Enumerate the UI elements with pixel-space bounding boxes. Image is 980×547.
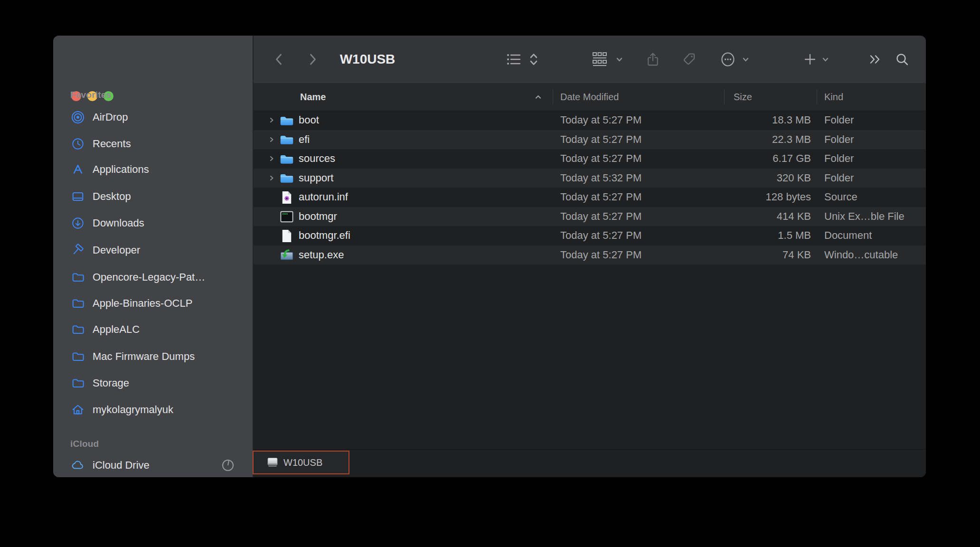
download-circle-icon	[71, 216, 85, 230]
path-item-label: W10USB	[283, 457, 322, 468]
chevron-down-icon[interactable]	[615, 56, 623, 63]
column-header-kind[interactable]: Kind	[824, 83, 843, 111]
file-row-bootmgr[interactable]: bootmgr Today at 5:27 PM 414 KB Unix Ex……	[254, 207, 926, 226]
file-size: 6.17 GB	[724, 149, 811, 169]
file-kind: Windo…cutable	[824, 245, 898, 265]
hammer-icon	[71, 243, 85, 257]
file-size: 74 KB	[724, 245, 811, 265]
sidebar-item-opencore-legacy-patcher[interactable]: Opencore-Legacy-Pat…	[53, 269, 253, 285]
file-name: autorun.inf	[299, 188, 348, 207]
sidebar-item-recents[interactable]: Recents	[53, 136, 253, 152]
disclosure-chevron-icon[interactable]	[268, 136, 275, 143]
cloud-icon	[71, 458, 85, 472]
file-date: Today at 5:27 PM	[560, 226, 641, 245]
sidebar-item-airdrop[interactable]: AirDrop	[53, 109, 253, 125]
file-list: boot Today at 5:27 PM 18.3 MB Folder efi…	[254, 111, 926, 264]
file-name: bootmgr	[299, 207, 337, 226]
file-row-setup-exe[interactable]: setup.exe Today at 5:27 PM 74 KB Windo…c…	[254, 245, 926, 265]
file-row-sources[interactable]: sources Today at 5:27 PM 6.17 GB Folder	[254, 149, 926, 169]
sidebar-item-home[interactable]: mykolagrymalyuk	[53, 402, 253, 418]
file-row-efi[interactable]: efi Today at 5:27 PM 22.3 MB Folder	[254, 130, 926, 150]
add-icon[interactable]	[803, 53, 817, 66]
file-size: 22.3 MB	[724, 130, 811, 150]
file-name: bootmgr.efi	[299, 226, 350, 245]
column-headers: Name Date Modified Size Kind	[254, 83, 926, 111]
windows-executable-icon	[280, 248, 294, 262]
file-kind: Unix Ex…ble File	[824, 207, 905, 226]
file-size: 18.3 MB	[724, 111, 811, 130]
forward-button[interactable]	[306, 52, 320, 66]
file-date: Today at 5:27 PM	[560, 188, 641, 207]
content-area: W10USB	[253, 36, 926, 477]
file-kind: Folder	[824, 111, 854, 130]
toolbar: W10USB	[254, 36, 926, 84]
desktop-icon	[71, 189, 85, 204]
chevron-down-icon[interactable]	[742, 56, 749, 63]
clock-icon	[71, 137, 85, 151]
file-size: 414 KB	[724, 207, 811, 226]
tag-icon[interactable]	[681, 52, 697, 67]
chevron-down-icon[interactable]	[821, 56, 829, 63]
sidebar-item-apple-binaries-oclp[interactable]: Apple-Binaries-OCLP	[53, 295, 253, 311]
search-icon[interactable]	[895, 52, 910, 67]
file-date: Today at 5:27 PM	[560, 245, 641, 265]
more-circle-icon[interactable]	[720, 51, 735, 67]
folder-icon	[280, 171, 294, 185]
icloud-section-header: iCloud	[70, 439, 99, 449]
document-icon	[280, 229, 294, 243]
window-title: W10USB	[325, 36, 410, 83]
file-date: Today at 5:27 PM	[560, 149, 641, 169]
file-date: Today at 5:27 PM	[560, 130, 641, 150]
file-name: sources	[299, 149, 335, 169]
disclosure-chevron-icon[interactable]	[268, 117, 275, 123]
sidebar-item-applications[interactable]: Applications	[53, 161, 253, 178]
sidebar-item-mac-firmware-dumps[interactable]: Mac Firmware Dumps	[53, 349, 253, 365]
app-store-icon	[71, 162, 85, 177]
file-size: 1.5 MB	[724, 226, 811, 245]
finder-window: Favorites AirDrop Recents Applications	[53, 36, 926, 477]
folder-outline-icon	[71, 296, 85, 311]
file-row-boot[interactable]: boot Today at 5:27 PM 18.3 MB Folder	[254, 111, 926, 130]
view-updown-chevrons-icon[interactable]	[528, 51, 539, 67]
disclosure-chevron-icon[interactable]	[268, 175, 275, 181]
file-row-autorun[interactable]: autorun.inf Today at 5:27 PM 128 bytes S…	[254, 188, 926, 207]
sidebar-item-developer[interactable]: Developer	[53, 242, 253, 258]
sidebar-item-applealc[interactable]: AppleALC	[53, 321, 253, 338]
setup-information-icon	[280, 190, 294, 204]
column-header-date-modified[interactable]: Date Modified	[560, 83, 619, 111]
column-header-size[interactable]: Size	[734, 83, 752, 111]
folder-outline-icon	[71, 322, 85, 337]
sidebar-item-storage[interactable]: Storage	[53, 375, 253, 391]
share-icon[interactable]	[646, 51, 660, 67]
file-date: Today at 5:32 PM	[560, 169, 641, 188]
file-name: support	[299, 169, 333, 188]
view-list-icon[interactable]	[506, 51, 522, 67]
home-icon	[71, 403, 85, 417]
group-icon[interactable]	[592, 51, 608, 67]
back-button[interactable]	[272, 52, 286, 66]
file-row-bootmgr-efi[interactable]: bootmgr.efi Today at 5:27 PM 1.5 MB Docu…	[254, 226, 926, 245]
file-kind: Folder	[824, 130, 854, 150]
sidebar-item-desktop[interactable]: Desktop	[53, 189, 253, 205]
column-header-name[interactable]: Name	[300, 83, 326, 111]
disclosure-chevron-icon[interactable]	[268, 155, 275, 162]
file-name: setup.exe	[299, 245, 344, 265]
folder-outline-icon	[71, 349, 85, 364]
column-divider	[553, 89, 553, 104]
file-name: boot	[299, 111, 319, 130]
external-drive-icon	[267, 457, 278, 468]
sidebar-item-downloads[interactable]: Downloads	[53, 215, 253, 231]
column-divider	[724, 89, 725, 104]
file-size: 320 KB	[724, 169, 811, 188]
folder-outline-icon	[71, 376, 85, 390]
folder-icon	[280, 113, 294, 127]
airdrop-icon	[71, 110, 85, 124]
overflow-chevrons-icon[interactable]	[868, 52, 882, 66]
sync-progress-icon	[222, 459, 234, 472]
file-date: Today at 5:27 PM	[560, 207, 641, 226]
path-item-w10usb[interactable]: W10USB	[253, 451, 349, 474]
folder-icon	[280, 152, 294, 166]
file-kind: Folder	[824, 149, 854, 169]
file-row-support[interactable]: support Today at 5:32 PM 320 KB Folder	[254, 169, 926, 188]
file-kind: Folder	[824, 169, 854, 188]
